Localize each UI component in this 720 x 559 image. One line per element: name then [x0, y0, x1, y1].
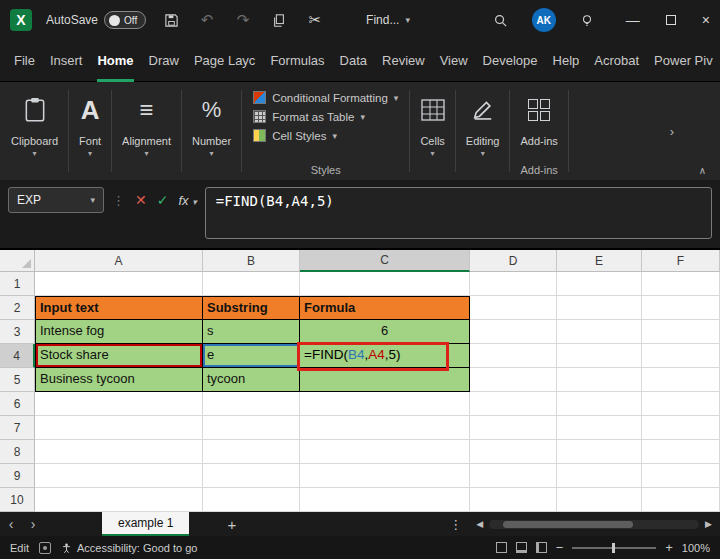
menu-tab-formulas[interactable]: Formulas	[270, 40, 324, 82]
cell-A2[interactable]: Input text	[35, 296, 203, 320]
copy-icon[interactable]	[268, 9, 290, 31]
menu-tab-insert[interactable]: Insert	[50, 40, 83, 82]
cell-D7[interactable]	[470, 416, 557, 440]
zoom-slider-thumb[interactable]	[612, 543, 615, 553]
cell-A3[interactable]: Intense fog	[35, 320, 203, 344]
cell-E6[interactable]	[557, 392, 642, 416]
cell-F8[interactable]	[642, 440, 720, 464]
menu-tab-power-piv[interactable]: Power Piv	[654, 40, 713, 82]
maximize-button[interactable]	[666, 15, 676, 25]
redo-icon[interactable]: ↷	[232, 9, 254, 31]
menu-tab-help[interactable]: Help	[553, 40, 580, 82]
scroll-right-icon[interactable]: ▶	[705, 519, 712, 529]
cell-C3[interactable]: 6	[300, 320, 470, 344]
cell-B4[interactable]: e	[203, 344, 300, 368]
excel-logo-icon[interactable]: X	[10, 9, 32, 31]
cell-D10[interactable]	[470, 488, 557, 512]
font-group[interactable]: A Font ▾	[70, 82, 110, 180]
col-header-C[interactable]: C	[300, 250, 470, 272]
ribbon-overflow-chevron[interactable]: ›	[670, 124, 674, 139]
clipboard-group[interactable]: Clipboard ▾	[2, 82, 67, 180]
format-as-table-button[interactable]: Format as Table ▾	[253, 110, 365, 123]
cell-D5[interactable]	[470, 368, 557, 392]
cell-B1[interactable]	[203, 272, 300, 296]
undo-icon[interactable]: ↶	[196, 9, 218, 31]
cell-E8[interactable]	[557, 440, 642, 464]
row-header-8[interactable]: 8	[0, 440, 35, 464]
menu-tab-acrobat[interactable]: Acrobat	[594, 40, 639, 82]
close-button[interactable]: ×	[702, 12, 710, 28]
cell-F4[interactable]	[642, 344, 720, 368]
menu-tab-develope[interactable]: Develope	[483, 40, 538, 82]
cell-C2[interactable]: Formula	[300, 296, 470, 320]
menu-tab-review[interactable]: Review	[382, 40, 425, 82]
autosave-toggle[interactable]: AutoSave Off	[46, 11, 146, 29]
add-sheet-button[interactable]: +	[227, 516, 236, 533]
row-header-4[interactable]: 4	[0, 344, 35, 368]
cell-B7[interactable]	[203, 416, 300, 440]
find-dropdown[interactable]: Find... ▾	[366, 13, 410, 27]
row-header-1[interactable]: 1	[0, 272, 35, 296]
cell-E1[interactable]	[557, 272, 642, 296]
sheet-tab-active[interactable]: example 1	[102, 512, 189, 536]
cell-A8[interactable]	[35, 440, 203, 464]
zoom-in-button[interactable]: +	[665, 540, 673, 555]
cell-A4[interactable]: Stock share	[35, 344, 203, 368]
cell-A7[interactable]	[35, 416, 203, 440]
cell-C5[interactable]	[300, 368, 470, 392]
cell-E9[interactable]	[557, 464, 642, 488]
next-sheet-icon[interactable]: ›	[22, 516, 44, 532]
col-header-B[interactable]: B	[203, 250, 300, 272]
cell-F5[interactable]	[642, 368, 720, 392]
row-header-10[interactable]: 10	[0, 488, 35, 512]
addins-group[interactable]: Add-ins Add-ins	[511, 82, 566, 180]
cell-A10[interactable]	[35, 488, 203, 512]
row-header-5[interactable]: 5	[0, 368, 35, 392]
cancel-entry-button[interactable]: ✕	[135, 192, 147, 208]
menu-tab-home[interactable]: Home	[97, 40, 133, 82]
cell-E10[interactable]	[557, 488, 642, 512]
cell-D4[interactable]	[470, 344, 557, 368]
cell-C10[interactable]	[300, 488, 470, 512]
lightbulb-icon[interactable]	[576, 9, 598, 31]
alignment-group[interactable]: ≡ Alignment ▾	[113, 82, 180, 180]
minimize-button[interactable]: —	[626, 12, 640, 28]
cell-E4[interactable]	[557, 344, 642, 368]
cell-D1[interactable]	[470, 272, 557, 296]
editing-group[interactable]: Editing ▾	[457, 82, 509, 180]
cell-B10[interactable]	[203, 488, 300, 512]
page-layout-view-icon[interactable]	[516, 542, 527, 553]
cell-F2[interactable]	[642, 296, 720, 320]
cell-C8[interactable]	[300, 440, 470, 464]
search-icon[interactable]	[490, 9, 512, 31]
cell-F9[interactable]	[642, 464, 720, 488]
save-icon[interactable]	[160, 9, 182, 31]
col-header-E[interactable]: E	[557, 250, 642, 272]
collapse-ribbon-icon[interactable]: ∧	[699, 165, 706, 176]
cell-E2[interactable]	[557, 296, 642, 320]
cell-A1[interactable]	[35, 272, 203, 296]
menu-tab-view[interactable]: View	[440, 40, 468, 82]
cell-D6[interactable]	[470, 392, 557, 416]
cut-icon[interactable]: ✂	[304, 9, 326, 31]
number-group[interactable]: % Number ▾	[183, 82, 240, 180]
accessibility-checker[interactable]: Accessibility: Good to go	[61, 542, 197, 554]
cell-D3[interactable]	[470, 320, 557, 344]
zoom-slider[interactable]	[572, 547, 656, 549]
menu-tab-data[interactable]: Data	[340, 40, 367, 82]
macro-record-icon[interactable]	[39, 542, 51, 554]
cell-B5[interactable]: tycoon	[203, 368, 300, 392]
cell-D2[interactable]	[470, 296, 557, 320]
cell-D9[interactable]	[470, 464, 557, 488]
cell-A6[interactable]	[35, 392, 203, 416]
normal-view-icon[interactable]	[496, 542, 507, 553]
menu-tab-file[interactable]: File	[14, 40, 35, 82]
cell-C9[interactable]	[300, 464, 470, 488]
cell-E3[interactable]	[557, 320, 642, 344]
col-header-F[interactable]: F	[642, 250, 720, 272]
cell-B9[interactable]	[203, 464, 300, 488]
cell-F3[interactable]	[642, 320, 720, 344]
menu-tab-page-layc[interactable]: Page Layc	[194, 40, 255, 82]
row-header-2[interactable]: 2	[0, 296, 35, 320]
col-header-D[interactable]: D	[470, 250, 557, 272]
